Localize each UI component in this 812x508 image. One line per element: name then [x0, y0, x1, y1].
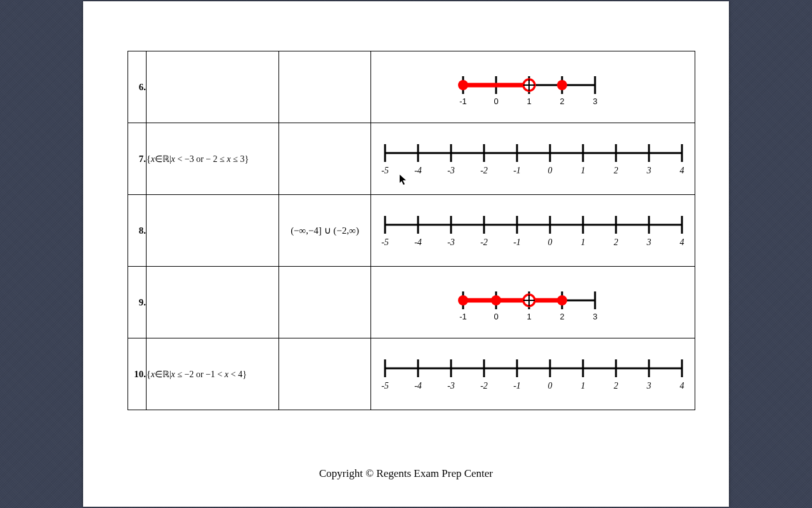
svg-text:1: 1 — [581, 166, 586, 175]
set-notation-cell: {x∈ℝ|x < −3 or − 2 ≤ x ≤ 3} — [147, 123, 279, 195]
svg-text:3: 3 — [646, 166, 652, 175]
svg-text:1: 1 — [581, 381, 586, 391]
set-notation-cell — [147, 195, 279, 267]
svg-text:-3: -3 — [447, 237, 455, 247]
svg-text:-1: -1 — [513, 381, 521, 391]
svg-text:-2: -2 — [480, 237, 488, 247]
svg-text:2: 2 — [614, 166, 619, 175]
svg-text:-1: -1 — [459, 312, 467, 321]
svg-text:-5: -5 — [381, 381, 389, 391]
svg-text:3: 3 — [646, 237, 652, 247]
svg-text:-3: -3 — [447, 381, 455, 391]
table-row: 8.(−∞,−4] ∪ (−2,∞)-5-4-3-2-101234 — [128, 195, 695, 267]
svg-text:0: 0 — [494, 97, 498, 106]
number-line-cell: -10123 — [371, 51, 695, 123]
interval-notation-cell — [279, 338, 371, 410]
svg-text:0: 0 — [548, 381, 553, 391]
set-notation-cell — [147, 51, 279, 123]
number-line-cell: -5-4-3-2-101234 — [371, 338, 695, 410]
svg-text:3: 3 — [593, 97, 597, 106]
worksheet-table: 6.-101237.{x∈ℝ|x < −3 or − 2 ≤ x ≤ 3}-5-… — [128, 51, 695, 410]
table-row: 9.-10123 — [128, 267, 695, 338]
svg-text:1: 1 — [581, 237, 586, 247]
problem-number: 9. — [128, 267, 147, 338]
svg-text:-5: -5 — [381, 166, 389, 175]
interval-notation-cell: (−∞,−4] ∪ (−2,∞) — [279, 195, 371, 267]
svg-text:0: 0 — [548, 166, 553, 175]
svg-text:1: 1 — [527, 312, 531, 321]
svg-point-73 — [491, 295, 501, 305]
svg-text:3: 3 — [593, 312, 597, 321]
svg-text:2: 2 — [614, 381, 619, 391]
svg-text:-1: -1 — [459, 97, 467, 106]
svg-text:3: 3 — [646, 381, 652, 391]
svg-text:-4: -4 — [414, 237, 422, 247]
number-line-cell: -5-4-3-2-101234 — [371, 123, 695, 195]
number-line-cell: -5-4-3-2-101234 — [371, 195, 695, 267]
svg-point-72 — [458, 295, 468, 305]
problem-number: 10. — [128, 338, 147, 410]
set-notation-cell: {x∈ℝ|x ≤ −2 or −1 < x < 4} — [147, 338, 279, 410]
svg-text:4: 4 — [680, 381, 684, 391]
svg-text:4: 4 — [680, 237, 684, 247]
interval-notation-cell — [279, 267, 371, 338]
svg-text:2: 2 — [560, 97, 564, 106]
svg-point-77 — [557, 295, 567, 305]
svg-text:4: 4 — [680, 166, 684, 175]
svg-text:-1: -1 — [513, 166, 521, 175]
svg-text:1: 1 — [527, 97, 531, 106]
svg-text:2: 2 — [560, 312, 564, 321]
interval-notation-cell — [279, 123, 371, 195]
problem-number: 7. — [128, 123, 147, 195]
svg-text:-2: -2 — [480, 381, 488, 391]
problem-number: 6. — [128, 51, 147, 123]
svg-text:0: 0 — [548, 237, 553, 247]
document-page: 6.-101237.{x∈ℝ|x < −3 or − 2 ≤ x ≤ 3}-5-… — [83, 1, 729, 507]
svg-text:-1: -1 — [513, 237, 521, 247]
svg-text:-5: -5 — [381, 237, 389, 247]
svg-text:-4: -4 — [414, 166, 422, 175]
svg-text:-2: -2 — [480, 166, 488, 175]
set-notation-cell — [147, 267, 279, 338]
copyright-text: Copyright © Regents Exam Prep Center — [128, 467, 684, 480]
interval-notation-cell — [279, 51, 371, 123]
number-line-cell: -10123 — [371, 267, 695, 338]
svg-text:-3: -3 — [447, 166, 455, 175]
table-row: 6.-10123 — [128, 51, 695, 123]
svg-text:-4: -4 — [414, 381, 422, 391]
problem-number: 8. — [128, 195, 147, 267]
svg-text:0: 0 — [494, 312, 498, 321]
table-row: 10.{x∈ℝ|x ≤ −2 or −1 < x < 4}-5-4-3-2-10… — [128, 338, 695, 410]
table-row: 7.{x∈ℝ|x < −3 or − 2 ≤ x ≤ 3}-5-4-3-2-10… — [128, 123, 695, 195]
svg-point-16 — [557, 80, 567, 90]
svg-text:2: 2 — [614, 237, 619, 247]
svg-point-12 — [458, 80, 468, 90]
